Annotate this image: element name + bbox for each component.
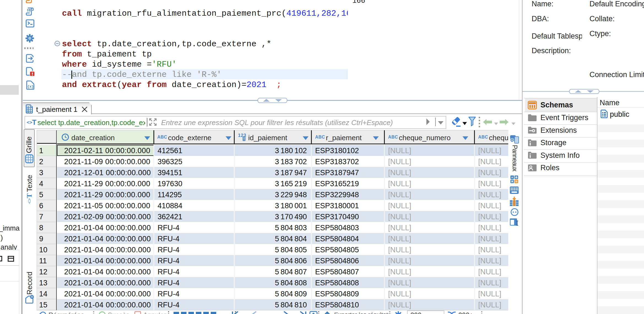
svg-text:{x}: {x} [27, 85, 34, 89]
